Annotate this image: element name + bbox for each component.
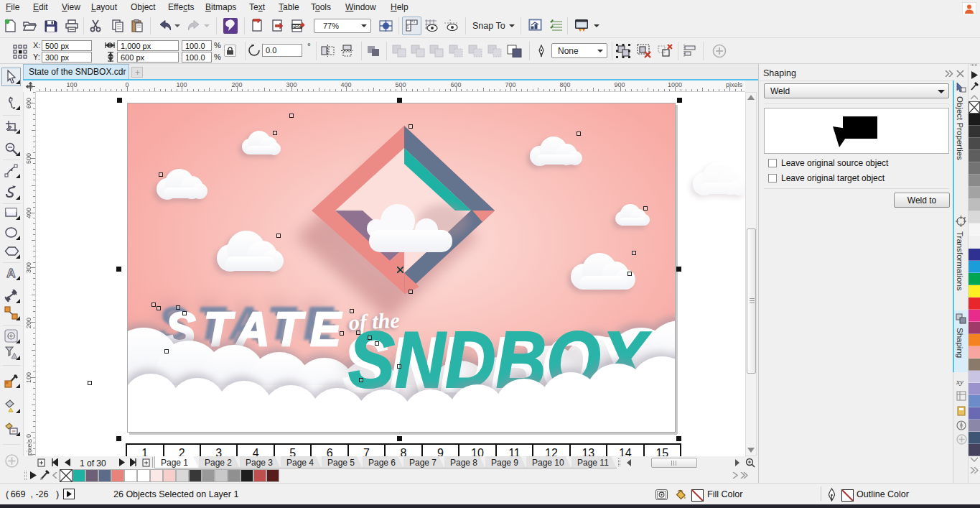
svg-text:A: A (6, 267, 15, 280)
svg-text:xy: xy (956, 377, 963, 386)
svg-text:PDF: PDF (293, 24, 302, 29)
